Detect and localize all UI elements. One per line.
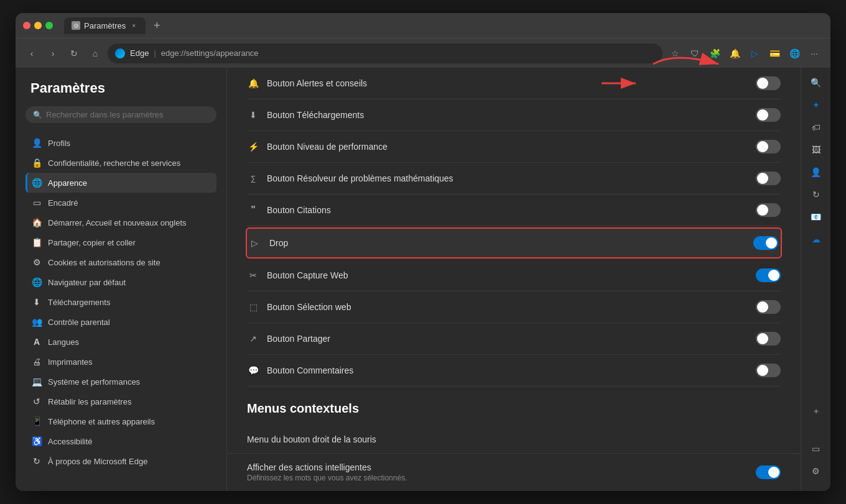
drop-icon[interactable]: ▷ [746, 45, 763, 62]
sidebar-item-retablir[interactable]: ↺ Rétablir les paramètres [26, 392, 216, 411]
right-add-icon[interactable]: ＋ [806, 401, 826, 421]
systeme-icon: 💻 [32, 377, 42, 387]
sidebar-title: Paramètres [26, 80, 216, 96]
sidebar-item-apparence[interactable]: 🌐 Apparence [26, 173, 216, 193]
commentaires-toggle[interactable] [756, 364, 781, 377]
setting-row-resolveur: ∑ Bouton Résolveur de problèmes mathémat… [247, 163, 781, 195]
wallet-icon[interactable]: 💳 [766, 45, 783, 62]
right-settings-icon[interactable]: ⚙ [806, 461, 826, 481]
setting-row-drop: ▷ Drop [246, 227, 782, 259]
sidebar-item-label: Partager, copier et coller [48, 238, 136, 247]
citations-toggle[interactable] [756, 203, 781, 217]
sidebar-item-label: À propos de Microsoft Edge [48, 457, 147, 466]
selection-toggle[interactable] [756, 300, 781, 314]
sidebar-item-accessibilite[interactable]: ♿ Accessibilité [26, 431, 216, 451]
context-item-bouton-droit[interactable]: Menu du bouton droit de la souris [227, 426, 801, 454]
context-menus-heading: Menus contextuels [227, 387, 801, 426]
address-bar[interactable]: Edge | edge://settings/appearance [108, 44, 662, 63]
context-item-label: Menu du bouton droit de la souris [247, 434, 376, 444]
encadre-icon: ▭ [32, 198, 42, 208]
right-cloud-icon[interactable]: ☁ [806, 229, 826, 249]
right-tag-icon[interactable]: 🏷 [806, 117, 826, 137]
apparence-icon: 🌐 [32, 178, 42, 188]
right-copilot-icon[interactable]: ✦ [806, 95, 826, 115]
right-email-icon[interactable]: 📧 [806, 207, 826, 227]
resolveur-toggle[interactable] [756, 172, 781, 185]
sidebar-item-telechargements[interactable]: ⬇ Téléchargements [26, 292, 216, 312]
sidebar-item-navigateur[interactable]: 🌐 Navigateur par défaut [26, 272, 216, 292]
home-button[interactable]: ⌂ [86, 45, 104, 62]
navigateur-icon: 🌐 [32, 277, 42, 287]
drop-icon-container: ▷ [746, 45, 763, 62]
right-layout-icon[interactable]: ▭ [806, 439, 826, 459]
confidentialite-icon: 🔒 [32, 158, 42, 168]
sidebar-item-controle[interactable]: 👥 Contrôle parental [26, 312, 216, 332]
actions-intelligentes-toggle[interactable] [756, 465, 781, 479]
sidebar-item-apropos[interactable]: ↻ À propos de Microsoft Edge [26, 451, 216, 471]
forward-button[interactable]: › [44, 45, 62, 62]
right-sidebar-bottom: ＋ ▭ ⚙ [806, 401, 826, 486]
alertes-toggle[interactable] [756, 76, 781, 90]
commentaires-icon: 💬 [247, 364, 259, 377]
search-box[interactable]: 🔍 [26, 106, 216, 123]
minimize-button[interactable] [34, 22, 42, 29]
sidebar-item-langues[interactable]: A Langues [26, 332, 216, 352]
back-button[interactable]: ‹ [23, 45, 40, 62]
profile-icon[interactable]: 🌐 [786, 45, 803, 62]
browser-window: ⚙ Paramètres × + ‹ › ↻ ⌂ Edge | edge://s… [16, 13, 830, 491]
search-icon: 🔍 [33, 111, 42, 119]
capture-label: Bouton Capture Web [267, 270, 748, 280]
notification-icon[interactable]: 🔔 [726, 45, 743, 62]
active-tab[interactable]: ⚙ Paramètres × [64, 17, 146, 34]
telephone-icon: 📱 [32, 416, 42, 426]
sidebar-item-demarrer[interactable]: 🏠 Démarrer, Accueil et nouveaux onglets [26, 213, 216, 232]
citations-label: Bouton Citations [267, 205, 748, 215]
retablir-icon: ↺ [32, 396, 42, 406]
edge-label: Edge [130, 48, 149, 58]
capture-icon: ✂ [247, 269, 259, 282]
more-button[interactable]: ··· [806, 45, 823, 62]
sidebar-item-profil[interactable]: 👤 Profils [26, 133, 216, 153]
setting-row-citations: " Bouton Citations [247, 195, 781, 226]
actions-intelligentes-content: Afficher des actions intelligentes Défin… [247, 462, 407, 482]
sidebar-item-systeme[interactable]: 💻 Système et performances [26, 372, 216, 392]
drop-toggle[interactable] [753, 236, 778, 250]
alertes-label: Bouton Alertes et conseils [267, 78, 748, 88]
favorites-icon[interactable]: ☆ [666, 45, 684, 62]
context-item-actions-intelligentes: Afficher des actions intelligentes Défin… [227, 454, 801, 491]
refresh-button[interactable]: ↻ [65, 45, 83, 62]
search-input[interactable] [46, 110, 209, 119]
sidebar-item-label: Cookies et autorisations de site [48, 258, 160, 267]
right-image-icon[interactable]: 🖼 [806, 140, 826, 160]
partager-toggle[interactable] [756, 332, 781, 346]
sidebar-item-label: Confidentialité, recherche et services [48, 158, 180, 168]
sidebar-item-cookies[interactable]: ⚙ Cookies et autorisations de site [26, 252, 216, 272]
commentaires-label: Bouton Commentaires [267, 365, 748, 375]
right-copilot2-icon[interactable]: ↻ [806, 185, 826, 204]
performance-toggle[interactable] [756, 140, 781, 153]
demarrer-icon: 🏠 [32, 218, 42, 227]
new-tab-button[interactable]: + [148, 17, 165, 34]
settings-sidebar: Paramètres 🔍 👤 Profils 🔒 Confidentialité… [16, 68, 227, 491]
sidebar-item-partager[interactable]: 📋 Partager, copier et coller [26, 232, 216, 252]
sidebar-item-telephone[interactable]: 📱 Téléphone et autres appareils [26, 411, 216, 431]
sidebar-item-confidentialite[interactable]: 🔒 Confidentialité, recherche et services [26, 153, 216, 173]
capture-toggle[interactable] [756, 268, 781, 282]
imprimantes-icon: 🖨 [32, 357, 42, 367]
right-search-icon[interactable]: 🔍 [806, 73, 826, 93]
telechargements-toggle[interactable] [756, 108, 781, 122]
sidebar-item-label: Encadré [48, 198, 78, 208]
extensions-icon[interactable]: 🧩 [706, 45, 723, 62]
shield-icon[interactable]: 🛡 [686, 45, 704, 62]
telechargements-icon: ⬇ [32, 297, 42, 307]
navbar: ‹ › ↻ ⌂ Edge | edge://settings/appearanc… [16, 38, 830, 68]
performance-label: Bouton Niveau de performance [267, 142, 748, 152]
sidebar-item-imprimantes[interactable]: 🖨 Imprimantes [26, 352, 216, 372]
sidebar-item-label: Rétablir les paramètres [48, 397, 131, 406]
tab-close-button[interactable]: × [129, 21, 138, 30]
close-button[interactable] [23, 22, 30, 29]
fullscreen-button[interactable] [45, 22, 53, 29]
right-profile-icon[interactable]: 👤 [806, 162, 826, 182]
sidebar-item-encadre[interactable]: ▭ Encadré [26, 193, 216, 213]
apropos-icon: ↻ [32, 456, 42, 466]
